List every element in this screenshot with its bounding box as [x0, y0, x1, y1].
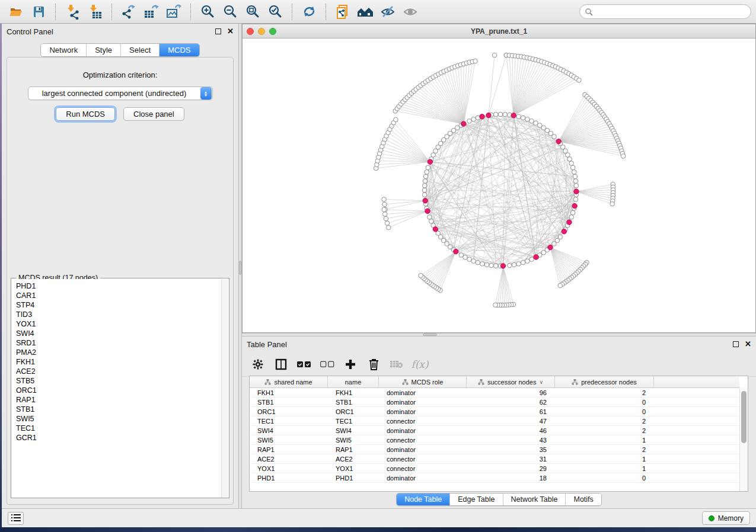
- mcds-node[interactable]: [574, 189, 579, 194]
- mcds-result-item[interactable]: TID3: [12, 310, 221, 319]
- tab-edge-table[interactable]: Edge Table: [449, 493, 502, 505]
- mcds-node[interactable]: [534, 255, 538, 259]
- cell-shared-name[interactable]: SWI4: [250, 426, 328, 435]
- table-row[interactable]: RAP1RAP1dominator352: [250, 445, 739, 454]
- table-row[interactable]: SWI5SWI5connector431: [250, 435, 739, 445]
- network-node[interactable]: [467, 257, 472, 262]
- mcds-result-item[interactable]: TEC1: [12, 424, 221, 433]
- mcds-node[interactable]: [511, 113, 516, 118]
- network-node[interactable]: [385, 221, 390, 226]
- network-nodes[interactable]: [374, 53, 626, 307]
- network-node[interactable]: [516, 114, 521, 119]
- zoom-out-button[interactable]: [222, 4, 238, 20]
- tab-mcds[interactable]: MCDS: [159, 44, 199, 56]
- mcds-result-item[interactable]: GCR1: [12, 433, 221, 443]
- mcds-result-item[interactable]: ORC1: [12, 386, 221, 395]
- network-node[interactable]: [577, 78, 582, 83]
- cell-MCDS-role[interactable]: dominator: [379, 398, 467, 406]
- mcds-node[interactable]: [548, 245, 553, 249]
- network-node[interactable]: [423, 179, 428, 184]
- network-node[interactable]: [480, 262, 485, 267]
- column-header-name[interactable]: name: [328, 376, 379, 387]
- table-row[interactable]: PHD1PHD1dominator180: [250, 473, 739, 483]
- network-node[interactable]: [382, 197, 387, 202]
- import-network-button[interactable]: [64, 4, 81, 20]
- network-node[interactable]: [387, 225, 391, 230]
- cell-successor-nodes[interactable]: 31: [467, 454, 555, 463]
- cell-name[interactable]: ACE2: [328, 454, 379, 463]
- mcds-result-scrollbar[interactable]: [221, 279, 228, 497]
- network-node[interactable]: [529, 257, 534, 262]
- network-graph[interactable]: [243, 39, 755, 332]
- network-node[interactable]: [422, 188, 427, 193]
- network-node[interactable]: [384, 216, 388, 221]
- cell-predecessor-nodes[interactable]: 0: [555, 407, 654, 416]
- cell-MCDS-role[interactable]: dominator: [379, 407, 467, 416]
- network-node[interactable]: [471, 259, 476, 264]
- mcds-node[interactable]: [556, 139, 561, 144]
- table-row[interactable]: FKH1FKH1dominator962: [250, 388, 739, 398]
- table-options-button[interactable]: [250, 357, 266, 372]
- memory-button[interactable]: Memory: [702, 511, 750, 525]
- select-all-rows-button[interactable]: [296, 357, 312, 372]
- network-node[interactable]: [552, 242, 557, 246]
- network-node[interactable]: [422, 193, 427, 197]
- cell-MCDS-role[interactable]: dominator: [379, 426, 467, 435]
- network-node[interactable]: [429, 219, 434, 224]
- tab-select[interactable]: Select: [120, 44, 159, 56]
- network-node[interactable]: [476, 260, 480, 265]
- export-network-button[interactable]: [120, 4, 137, 20]
- horizontal-split-handle[interactable]: [423, 334, 437, 336]
- network-node[interactable]: [521, 260, 525, 265]
- network-node[interactable]: [382, 202, 387, 207]
- mcds-node[interactable]: [562, 229, 566, 234]
- network-node[interactable]: [570, 210, 575, 215]
- cell-shared-name[interactable]: FKH1: [250, 388, 328, 397]
- network-node[interactable]: [459, 253, 464, 258]
- float-window-icon[interactable]: [215, 28, 221, 34]
- column-header-successor-nodes[interactable]: successor nodes∨: [467, 376, 555, 387]
- cell-predecessor-nodes[interactable]: 1: [555, 454, 654, 463]
- network-node[interactable]: [567, 157, 572, 162]
- cell-predecessor-nodes[interactable]: 1: [555, 435, 654, 444]
- network-node[interactable]: [525, 259, 530, 264]
- close-panel-icon[interactable]: ✕: [227, 28, 234, 34]
- table-row[interactable]: TEC1TEC1connector472: [250, 416, 739, 426]
- network-node[interactable]: [569, 161, 574, 166]
- network-node[interactable]: [489, 263, 494, 268]
- cell-name[interactable]: SWI4: [328, 426, 379, 435]
- cell-successor-nodes[interactable]: 96: [467, 388, 555, 397]
- network-node[interactable]: [426, 165, 430, 170]
- network-node[interactable]: [382, 212, 387, 217]
- column-header-predecessor-nodes[interactable]: predecessor nodes: [555, 376, 654, 387]
- sort-chevron-icon[interactable]: ∨: [539, 379, 543, 385]
- close-panel-icon[interactable]: ✕: [745, 341, 751, 347]
- window-minimize-traffic-light[interactable]: [258, 28, 265, 35]
- cell-predecessor-nodes[interactable]: 2: [555, 416, 654, 425]
- fit-content-button[interactable]: [244, 4, 261, 20]
- mcds-result-item[interactable]: STB1: [12, 405, 221, 414]
- network-node[interactable]: [498, 112, 503, 117]
- tab-motifs[interactable]: Motifs: [565, 493, 601, 505]
- add-column-button[interactable]: [343, 357, 358, 372]
- cell-shared-name[interactable]: RAP1: [250, 445, 328, 454]
- tab-network-table[interactable]: Network Table: [503, 493, 566, 505]
- zoom-in-button[interactable]: [199, 4, 216, 20]
- cell-MCDS-role[interactable]: dominator: [379, 388, 467, 397]
- tab-network[interactable]: Network: [41, 44, 86, 56]
- float-window-icon[interactable]: [733, 341, 739, 347]
- deselect-all-rows-button[interactable]: [320, 357, 335, 372]
- mcds-node[interactable]: [454, 249, 458, 254]
- mcds-result-item[interactable]: YOX1: [12, 319, 221, 329]
- cell-name[interactable]: RAP1: [328, 445, 379, 454]
- network-node[interactable]: [621, 154, 626, 159]
- cell-MCDS-role[interactable]: connector: [379, 454, 467, 463]
- cell-name[interactable]: SWI5: [328, 435, 379, 444]
- cell-successor-nodes[interactable]: 46: [467, 426, 555, 435]
- new-network-from-selection-button[interactable]: [334, 4, 351, 20]
- cell-successor-nodes[interactable]: 29: [467, 464, 555, 473]
- cell-predecessor-nodes[interactable]: 1: [555, 464, 654, 473]
- mcds-result-item[interactable]: SWI4: [12, 329, 221, 338]
- open-button[interactable]: [8, 4, 24, 20]
- column-header-MCDS-role[interactable]: MCDS role: [379, 376, 467, 387]
